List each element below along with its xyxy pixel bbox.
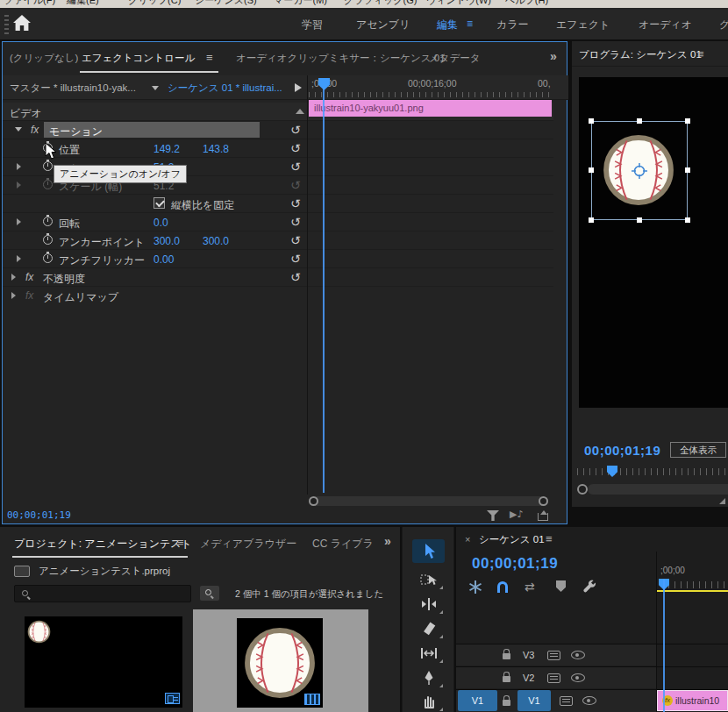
twirl-closed-icon[interactable] — [11, 274, 16, 281]
source-patch-v1[interactable]: V1 — [458, 690, 497, 711]
tab-cc-libraries[interactable]: CC ライブラ — [312, 537, 374, 552]
menu-file[interactable]: ファイル(F) — [4, 0, 55, 7]
row-uniform-scale[interactable]: 縦横比を固定 ↺ — [3, 195, 553, 213]
stopwatch-icon[interactable] — [43, 235, 53, 245]
menu-edit[interactable]: 編集(E) — [67, 0, 99, 7]
timeline-timecode[interactable]: 00;00;01;19 — [472, 555, 558, 573]
timeline-menu-icon[interactable]: ≡ — [546, 532, 553, 545]
add-marker-icon[interactable] — [556, 580, 566, 592]
search-input[interactable] — [14, 585, 191, 602]
timeline-ruler[interactable] — [309, 92, 553, 97]
collapse-icon[interactable] — [296, 109, 304, 114]
position-x-value[interactable]: 149.2 — [153, 143, 180, 155]
selection-handle[interactable] — [589, 118, 594, 124]
slip-tool[interactable] — [412, 641, 445, 665]
selection-handle[interactable] — [685, 167, 690, 173]
close-tab-icon[interactable]: × — [465, 534, 470, 545]
reset-icon[interactable]: ↺ — [290, 123, 301, 137]
anchor-x-value[interactable]: 300.0 — [153, 235, 180, 247]
menu-window[interactable]: ウィンドウ(W) — [426, 0, 491, 7]
tab-effect-controls[interactable]: エフェクトコントロール — [82, 52, 195, 65]
razor-tool[interactable] — [412, 616, 445, 640]
project-item-sequence[interactable] — [14, 611, 191, 712]
panel-resize-grip[interactable] — [719, 498, 725, 504]
track-label[interactable]: V2 — [523, 673, 534, 683]
selection-handle[interactable] — [637, 217, 642, 223]
menu-graphics[interactable]: グラフィック(G) — [344, 0, 417, 7]
project-item-png-selected[interactable] — [193, 609, 368, 712]
timeline-clip[interactable]: fx illustrain10 — [657, 690, 728, 711]
row-antiflicker[interactable]: アンチフリッカー 0.00 ↺ — [3, 250, 553, 268]
selection-handle[interactable] — [685, 217, 690, 223]
reset-icon[interactable]: ↺ — [290, 270, 301, 284]
menu-sequence[interactable]: シーケンス(S) — [195, 0, 257, 7]
lock-icon[interactable] — [503, 676, 510, 682]
timeline-tab[interactable]: シーケンス 01 — [479, 533, 545, 546]
lock-icon[interactable] — [503, 653, 510, 659]
track-select-forward-tool[interactable] — [412, 567, 445, 591]
selection-handle[interactable] — [685, 118, 690, 124]
program-title[interactable]: プログラム: シーケンス 01 — [579, 48, 702, 61]
workspace-tab-editing[interactable]: 編集 — [437, 18, 458, 32]
find-button[interactable] — [200, 586, 219, 601]
track-visibility-eye-icon[interactable] — [582, 696, 596, 705]
reset-icon[interactable]: ↺ — [290, 233, 301, 247]
program-playhead[interactable] — [607, 466, 617, 477]
hand-tool[interactable] — [412, 689, 445, 712]
track-target-v1[interactable]: V1 — [517, 690, 551, 711]
rotation-value[interactable]: 0.0 — [153, 217, 168, 229]
horizontal-scrollbar[interactable] — [310, 496, 548, 506]
program-video-area[interactable] — [579, 77, 728, 408]
workspace-tab-graphics[interactable]: グラフィック — [719, 18, 728, 32]
stopwatch-icon[interactable] — [43, 217, 53, 226]
nest-sequence-icon[interactable] — [468, 580, 482, 594]
workspace-tab-learning[interactable]: 学習 — [302, 18, 323, 32]
sequence-clip-label[interactable]: シーケンス 01 * illustrai... — [168, 82, 282, 95]
workspace-tab-color[interactable]: カラー — [496, 18, 529, 32]
row-motion[interactable]: fx モーション ↺ — [3, 121, 553, 139]
chevron-down-icon[interactable] — [152, 86, 159, 90]
stopwatch-icon[interactable] — [43, 161, 53, 171]
menu-marker[interactable]: マーカー(M) — [274, 0, 327, 7]
track-target-icon[interactable] — [547, 651, 560, 660]
scrollbar-knob-right[interactable] — [539, 496, 548, 506]
navigate-up-icon[interactable] — [14, 566, 30, 577]
tab-overflow-icon[interactable]: » — [384, 534, 390, 548]
pen-tool[interactable] — [412, 666, 445, 689]
timeline-settings-wrench-icon[interactable] — [582, 579, 596, 593]
row-position[interactable]: 位置 149.2 143.8 ↺ — [3, 139, 553, 158]
png-thumbnail[interactable] — [237, 618, 323, 708]
selection-tool[interactable] — [412, 539, 445, 563]
uniform-scale-checkbox[interactable] — [153, 197, 165, 209]
project-menu-icon[interactable]: ≡ — [177, 536, 184, 549]
effect-controls-menu-icon[interactable]: ≡ — [206, 51, 213, 64]
divider[interactable] — [307, 75, 308, 495]
track-target-icon[interactable] — [560, 696, 573, 706]
lock-icon[interactable] — [503, 700, 510, 706]
workspace-tab-effects[interactable]: エフェクト — [556, 18, 610, 32]
fit-dropdown[interactable]: 全体表示 — [670, 442, 726, 458]
tab-media-browser[interactable]: メディアブラウザー — [200, 537, 296, 552]
tab-project[interactable]: プロジェクト: アニメーションテスト — [14, 537, 192, 552]
anchor-point-icon[interactable] — [631, 162, 648, 180]
tab-metadata[interactable]: メタデータ — [429, 52, 481, 65]
panel-timecode[interactable]: 00;00;01;19 — [7, 509, 71, 521]
menu-help[interactable]: ヘルプ(H) — [505, 0, 548, 7]
scrollbar-knob[interactable] — [577, 484, 588, 495]
clip-bar[interactable]: illustrain10-yakyuu01.png — [309, 100, 552, 117]
track-visibility-eye-icon[interactable] — [571, 651, 585, 659]
reset-icon[interactable]: ↺ — [290, 196, 301, 210]
snap-magnet-icon[interactable] — [497, 581, 508, 593]
program-scrollbar[interactable] — [588, 484, 728, 495]
ripple-edit-tool[interactable] — [412, 592, 445, 616]
program-menu-icon[interactable]: ≡ — [697, 47, 704, 61]
panel-grip[interactable] — [4, 13, 9, 34]
workspace-tab-assembly[interactable]: アセンブリ — [356, 18, 410, 32]
row-time-remap[interactable]: fx タイムリマップ — [3, 287, 553, 305]
reset-icon[interactable]: ↺ — [290, 160, 301, 174]
reset-icon[interactable]: ↺ — [290, 141, 301, 155]
antiflicker-value[interactable]: 0.00 — [153, 253, 174, 266]
track-label[interactable]: V3 — [523, 650, 534, 660]
tab-overflow-icon[interactable]: » — [550, 49, 556, 63]
selection-handle[interactable] — [637, 118, 642, 124]
